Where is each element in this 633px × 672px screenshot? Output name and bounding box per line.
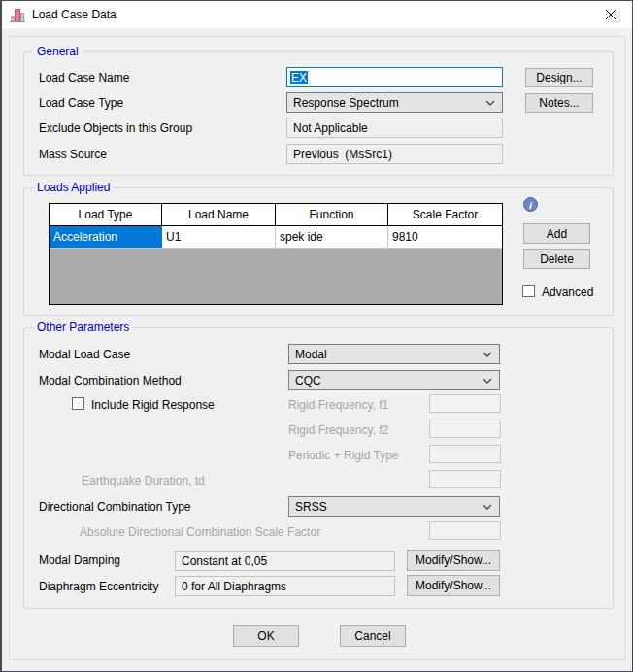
cell-scale-factor[interactable]: 9810 (388, 226, 502, 248)
rigid-frequency-f2-input (429, 420, 501, 438)
advanced-checkbox[interactable] (522, 285, 535, 297)
abs-directional-scale-label: Absolute Directional Combination Scale F… (80, 525, 320, 539)
table-empty-area (50, 249, 502, 304)
diaphragm-eccentricity-modify-show-button[interactable]: Modify/Show... (407, 575, 500, 596)
window-title: Load Case Data (32, 8, 117, 21)
diaphragm-eccentricity-value: 0 for All Diaphragms (182, 580, 286, 593)
rigid-frequency-f1-input (429, 394, 501, 413)
periodic-rigid-type-label: Periodic + Rigid Type (288, 449, 399, 462)
load-case-type-dropdown[interactable]: Response Spectrum (286, 92, 503, 113)
abs-directional-scale-input (429, 521, 501, 540)
periodic-rigid-type-input (429, 445, 501, 463)
diaphragm-eccentricity-field: 0 for All Diaphragms (175, 576, 395, 596)
cell-load-type[interactable]: Acceleration (50, 226, 162, 248)
cell-load-name[interactable]: U1 (162, 226, 276, 248)
chevron-down-icon (485, 100, 495, 106)
include-rigid-response-checkbox[interactable] (72, 397, 84, 410)
add-button[interactable]: Add (523, 223, 590, 244)
delete-button[interactable]: Delete (523, 249, 590, 269)
load-case-type-value: Response Spectrum (293, 96, 399, 110)
cancel-button[interactable]: Cancel (340, 625, 406, 647)
info-icon[interactable]: i (523, 197, 538, 212)
mass-source-label: Mass Source (39, 148, 107, 161)
column-header-function[interactable]: Function (276, 204, 388, 225)
rigid-frequency-f2-label: Rigid Frequency, f2 (288, 423, 388, 437)
ok-button[interactable]: OK (233, 625, 299, 647)
modal-damping-value: Constant at 0,05 (182, 554, 267, 568)
modal-load-case-dropdown[interactable]: Modal (288, 344, 500, 364)
earthquake-duration-label: Earthquake Duration, td (82, 474, 205, 487)
cell-function[interactable]: spek ide (276, 226, 388, 248)
loads-applied-group-label: Loads Applied (33, 182, 114, 193)
notes-button[interactable]: Notes... (525, 93, 593, 113)
table-header-row: Load Type Load Name Function Scale Facto… (50, 204, 502, 226)
directional-combination-type-dropdown[interactable]: SRSS (288, 496, 500, 517)
directional-combination-type-value: SRSS (295, 500, 327, 514)
chevron-down-icon (483, 504, 492, 510)
exclude-objects-label: Exclude Objects in this Group (39, 121, 192, 135)
load-case-data-dialog: Load Case Data General Load Case Name EX… (0, 0, 633, 672)
modal-combination-method-value: CQC (295, 374, 321, 387)
modal-damping-modify-show-button[interactable]: Modify/Show... (407, 550, 500, 571)
close-icon[interactable] (588, 1, 632, 28)
modal-damping-label: Modal Damping (39, 554, 120, 567)
mass-source-value: Previous (MsSrc1) (293, 148, 392, 161)
modal-load-case-label: Modal Load Case (39, 348, 130, 361)
column-header-scale-factor[interactable]: Scale Factor (388, 204, 502, 225)
load-case-type-label: Load Case Type (39, 96, 123, 110)
modal-combination-method-label: Modal Combination Method (39, 374, 182, 387)
exclude-objects-value: Not Applicable (293, 121, 368, 135)
modal-combination-method-dropdown[interactable]: CQC (288, 370, 500, 390)
title-bar[interactable]: Load Case Data (2, 1, 632, 28)
load-case-name-input[interactable]: EX (286, 67, 503, 87)
general-group-label: General (33, 46, 83, 57)
chevron-down-icon (483, 378, 492, 384)
diaphragm-eccentricity-label: Diaphragm Eccentricity (39, 580, 158, 593)
include-rigid-response-label: Include Rigid Response (91, 398, 215, 412)
design-button[interactable]: Design... (525, 68, 593, 87)
advanced-label: Advanced (542, 286, 593, 299)
earthquake-duration-input (429, 470, 501, 488)
column-header-load-name[interactable]: Load Name (162, 204, 276, 225)
rigid-frequency-f1-label: Rigid Frequency, f1 (288, 398, 388, 412)
mass-source-field: Previous (MsSrc1) (286, 144, 503, 164)
column-header-load-type[interactable]: Load Type (50, 204, 162, 225)
table-row[interactable]: Acceleration U1 spek ide 9810 (50, 226, 502, 249)
load-case-name-value: EX (290, 71, 308, 84)
load-case-name-label: Load Case Name (39, 71, 129, 84)
app-building-icon (10, 7, 25, 22)
modal-load-case-value: Modal (295, 348, 327, 361)
directional-combination-type-label: Directional Combination Type (39, 500, 191, 514)
chevron-down-icon (483, 352, 492, 357)
loads-applied-table[interactable]: Load Type Load Name Function Scale Facto… (49, 203, 503, 305)
modal-damping-field: Constant at 0,05 (175, 551, 395, 571)
other-parameters-group-label: Other Parameters (33, 321, 133, 333)
exclude-objects-field: Not Applicable (286, 118, 503, 138)
